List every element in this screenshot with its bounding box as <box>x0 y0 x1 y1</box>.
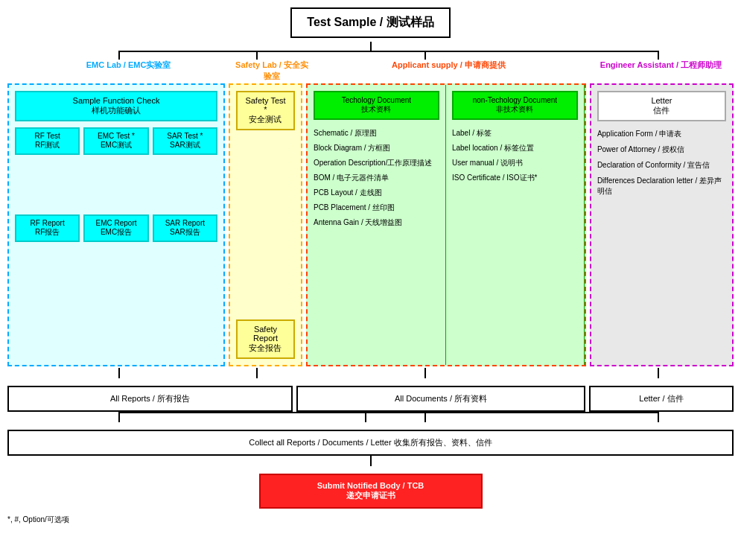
sample-title: Test Sample / 测试样品 <box>307 16 433 28</box>
safety-report-line3: 安全报告 <box>241 343 290 354</box>
collect-row: Collect all Reports / Documents / Letter… <box>7 430 734 456</box>
branch-container <box>7 51 734 60</box>
engineer-item-1: Power of Attorney / 授权信 <box>597 143 726 156</box>
tech-doc-item-5: PCB Placement / 丝印图 <box>314 200 439 215</box>
emc-column: Sample Function Check 样机功能确认 RF Test RF测… <box>7 83 225 366</box>
all-documents-label: All Documents / 所有资料 <box>395 394 487 403</box>
emc-report-line2: EMC报告 <box>88 227 144 238</box>
emc-test-line1: EMC Test * <box>88 132 144 140</box>
bottom-connectors <box>7 368 734 378</box>
emc-tests-row: RF Test RF测试 EMC Test * EMC测试 SAR Test *… <box>15 127 217 155</box>
engineer-header: Engineer Assistant / 工程师助理 <box>588 60 734 82</box>
tech-doc-item-6: Antenna Gain / 天线增益图 <box>314 215 439 230</box>
conn-emc-down <box>118 368 120 378</box>
non-tech-doc-item-2: User manual / 说明书 <box>452 156 578 171</box>
sar-report-line1: SAR Report <box>157 219 213 227</box>
tech-doc-title2: 技术资料 <box>319 104 434 115</box>
footnote-text: *, #, Option/可选项 <box>7 515 69 524</box>
non-tech-doc-header: non-Techology Document 非技术资料 <box>452 91 578 120</box>
emc-test-line2: EMC测试 <box>88 140 144 150</box>
collect-label: Collect all Reports / Documents / Letter… <box>249 438 492 447</box>
safety-header: Safety Lab / 安全实验室 <box>235 60 309 82</box>
engineer-item-2: Declaration of Conformity / 宣告信 <box>597 159 726 172</box>
emc-test-emc: EMC Test * EMC测试 <box>83 127 148 155</box>
non-tech-doc-column: non-Techology Document 非技术资料 Label / 标签 … <box>446 85 585 365</box>
applicant-column: Techology Document 技术资料 Schematic / 原理图 … <box>306 83 586 366</box>
non-tech-doc-item-3: ISO Certificate / ISO证书* <box>452 171 578 185</box>
top-vert-line <box>370 42 372 51</box>
sar-report-line2: SAR报告 <box>157 227 213 238</box>
tech-doc-item-3: BOM / 电子元器件清单 <box>314 171 439 185</box>
collect-right-drop <box>658 412 659 422</box>
tech-doc-item-1: Block Diagram / 方框图 <box>314 141 439 156</box>
rf-test-line1: RF Test <box>19 132 75 140</box>
drop-emc <box>118 51 120 60</box>
emc-report-line1: EMC Report <box>88 219 144 227</box>
engineer-item-0: Application Form / 申请表 <box>597 127 726 141</box>
collect-mid-drop <box>424 412 426 422</box>
sar-test-line2: SAR测试 <box>157 140 213 150</box>
emc-test-rf: RF Test RF测试 <box>15 127 80 155</box>
emc-report-emc: EMC Report EMC报告 <box>83 214 148 242</box>
engineer-letter-line2: 信件 <box>602 105 721 116</box>
submit-line2: 递交申请证书 <box>283 490 459 501</box>
sample-box: Test Sample / 测试样品 <box>290 7 450 38</box>
tech-doc-column: Techology Document 技术资料 Schematic / 原理图 … <box>308 85 446 365</box>
top-box-container: Test Sample / 测试样品 <box>7 7 734 38</box>
letter-box: Letter / 信件 <box>589 386 734 412</box>
engineer-letter-line1: Letter <box>602 96 721 105</box>
emc-reports-row: RF Report RF报告 EMC Report EMC报告 SAR Repo… <box>15 214 217 242</box>
collect-horiz <box>118 412 659 413</box>
rf-report-line1: RF Report <box>19 219 75 227</box>
safety-report-box: Safety Report 安全报告 <box>236 319 295 359</box>
engineer-item-3: Differences Declaration letter / 差异声明信 <box>597 174 726 198</box>
emc-sample-check-line1: Sample Function Check <box>20 96 212 105</box>
rf-report-line2: RF报告 <box>19 227 75 238</box>
emc-report-rf: RF Report RF报告 <box>15 214 80 242</box>
conn-engineer-down <box>658 368 659 378</box>
submit-box: Submit Notified Body / TCB 递交申请证书 <box>259 474 483 509</box>
tech-doc-item-4: PCB Layout / 走线图 <box>314 185 439 200</box>
all-reports-label: All Reports / 所有报告 <box>110 394 190 403</box>
safety-test-line2: * <box>241 105 290 114</box>
submit-line1: Submit Notified Body / TCB <box>283 481 459 490</box>
non-tech-doc-item-1: Label location / 标签位置 <box>452 141 578 156</box>
safety-test-line1: Safety Test <box>241 96 290 105</box>
engineer-letter-box: Letter 信件 <box>597 91 726 121</box>
safety-test-box: Safety Test * 安全测试 <box>236 91 295 130</box>
collect-left-drop <box>118 412 120 422</box>
drop-safety <box>256 51 258 60</box>
letter-label: Letter / 信件 <box>639 394 683 403</box>
collect-box: Collect all Reports / Documents / Letter… <box>7 430 734 456</box>
tech-doc-item-2: Operation Description/工作原理描述 <box>314 156 439 171</box>
applicant-header: Applicant supply / 申请商提供 <box>309 60 588 82</box>
collect-center-down <box>365 413 366 422</box>
non-tech-doc-title1: non-Techology Document <box>457 96 573 104</box>
diagram-wrapper: Test Sample / 测试样品 EMC Lab / EMC实验室 Safe… <box>7 7 734 525</box>
safety-report-line2: Report <box>241 334 290 343</box>
horiz-branch-line <box>118 51 659 52</box>
safety-column: Safety Test * 安全测试 Safety Report 安全报告 <box>229 83 302 366</box>
tech-doc-header: Techology Document 技术资料 <box>314 91 439 120</box>
emc-test-sar: SAR Test * SAR测试 <box>153 127 217 155</box>
engineer-column: Letter 信件 Application Form / 申请表 Power o… <box>590 83 734 366</box>
main-columns: Sample Function Check 样机功能确认 RF Test RF测… <box>7 83 734 366</box>
all-documents-box: All Documents / 所有资料 <box>296 386 585 412</box>
submit-row: Submit Notified Body / TCB 递交申请证书 <box>7 474 734 509</box>
conn-applicant-down <box>424 368 426 378</box>
tech-doc-item-0: Schematic / 原理图 <box>314 126 439 141</box>
emc-sample-check-line2: 样机功能确认 <box>20 105 212 116</box>
emc-header: EMC Lab / EMC实验室 <box>22 60 235 82</box>
safety-report-line1: Safety <box>241 325 290 334</box>
sar-test-line1: SAR Test * <box>157 132 213 140</box>
rf-test-line2: RF测试 <box>19 140 75 150</box>
footnote: *, #, Option/可选项 <box>7 515 734 525</box>
non-tech-doc-item-0: Label / 标签 <box>452 126 578 141</box>
column-headers: EMC Lab / EMC实验室 Safety Lab / 安全实验室 Appl… <box>7 60 734 82</box>
emc-sample-check: Sample Function Check 样机功能确认 <box>15 91 217 121</box>
drop-engineer <box>658 51 659 60</box>
bottom-row: All Reports / 所有报告 All Documents / 所有资料 … <box>7 386 734 412</box>
drop-applicant <box>424 51 426 60</box>
conn-safety-down <box>256 368 258 378</box>
tech-doc-title1: Techology Document <box>319 96 434 104</box>
